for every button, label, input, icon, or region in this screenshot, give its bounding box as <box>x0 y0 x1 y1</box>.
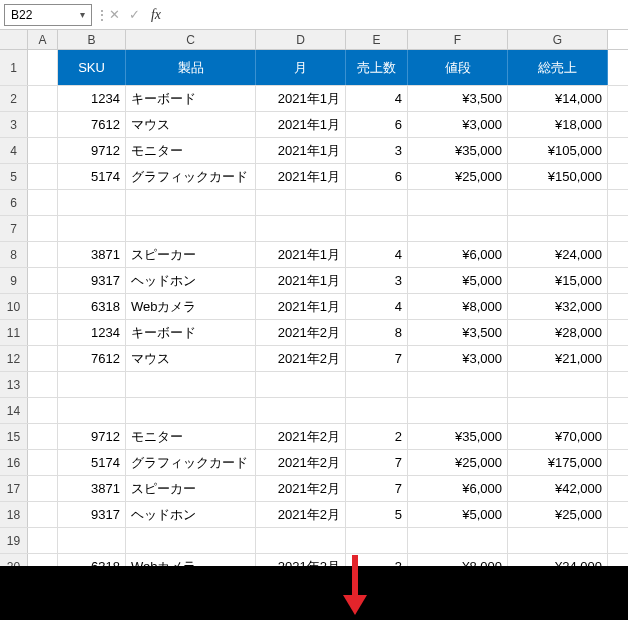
name-box[interactable]: B22 ▾ <box>4 4 92 26</box>
cell[interactable] <box>58 216 126 241</box>
cell[interactable]: 2021年1月 <box>256 164 346 189</box>
cell[interactable] <box>256 216 346 241</box>
cell[interactable]: ¥5,000 <box>408 268 508 293</box>
column-header-D[interactable]: D <box>256 30 346 49</box>
cell[interactable]: グラフィックカード <box>126 450 256 475</box>
cell[interactable]: 6 <box>346 112 408 137</box>
row-header[interactable]: 16 <box>0 450 28 475</box>
cell[interactable]: ¥3,500 <box>408 320 508 345</box>
cell[interactable] <box>28 476 58 501</box>
cell[interactable]: ¥105,000 <box>508 138 608 163</box>
cell[interactable] <box>508 528 608 553</box>
cell[interactable] <box>346 216 408 241</box>
cell[interactable]: 2021年1月 <box>256 268 346 293</box>
cell[interactable]: ¥18,000 <box>508 112 608 137</box>
cell[interactable]: 7 <box>346 450 408 475</box>
cell[interactable] <box>28 424 58 449</box>
cell[interactable]: 4 <box>346 242 408 267</box>
cell[interactable]: ¥25,000 <box>508 502 608 527</box>
row-header[interactable]: 3 <box>0 112 28 137</box>
cell[interactable] <box>408 528 508 553</box>
cell[interactable]: 4 <box>346 294 408 319</box>
cell[interactable] <box>28 346 58 371</box>
cell[interactable]: ¥6,000 <box>408 242 508 267</box>
cell[interactable]: 2021年1月 <box>256 294 346 319</box>
chevron-down-icon[interactable]: ▾ <box>80 9 85 20</box>
cell[interactable]: 2021年2月 <box>256 424 346 449</box>
cell[interactable]: 2021年2月 <box>256 476 346 501</box>
cell[interactable] <box>508 372 608 397</box>
cell[interactable] <box>256 190 346 215</box>
row-header[interactable]: 5 <box>0 164 28 189</box>
cell[interactable]: ¥25,000 <box>408 450 508 475</box>
column-header-C[interactable]: C <box>126 30 256 49</box>
cell[interactable] <box>126 190 256 215</box>
cell[interactable] <box>346 190 408 215</box>
cell[interactable]: ¥21,000 <box>508 346 608 371</box>
cell[interactable]: 3 <box>346 138 408 163</box>
cell[interactable]: 4 <box>346 86 408 111</box>
cell[interactable]: ヘッドホン <box>126 502 256 527</box>
row-header[interactable]: 10 <box>0 294 28 319</box>
cell[interactable]: 3871 <box>58 476 126 501</box>
cell[interactable] <box>28 528 58 553</box>
cell[interactable]: ¥5,000 <box>408 502 508 527</box>
cell[interactable] <box>408 398 508 423</box>
cell[interactable]: Webカメラ <box>126 294 256 319</box>
cell[interactable] <box>28 268 58 293</box>
cell[interactable] <box>28 138 58 163</box>
formula-input[interactable] <box>168 4 628 26</box>
row-header[interactable]: 17 <box>0 476 28 501</box>
cell[interactable]: 5174 <box>58 164 126 189</box>
column-header-E[interactable]: E <box>346 30 408 49</box>
cell[interactable]: キーボード <box>126 86 256 111</box>
enter-icon[interactable]: ✓ <box>124 7 144 22</box>
row-header[interactable]: 13 <box>0 372 28 397</box>
cell[interactable]: ¥175,000 <box>508 450 608 475</box>
cell[interactable]: スピーカー <box>126 476 256 501</box>
cell[interactable] <box>58 190 126 215</box>
cell[interactable] <box>58 372 126 397</box>
cell[interactable]: ¥150,000 <box>508 164 608 189</box>
cell[interactable] <box>126 372 256 397</box>
cell[interactable] <box>28 372 58 397</box>
cell[interactable] <box>28 320 58 345</box>
cell[interactable]: キーボード <box>126 320 256 345</box>
column-header-G[interactable]: G <box>508 30 608 49</box>
cell[interactable]: ¥35,000 <box>408 424 508 449</box>
cell[interactable]: モニター <box>126 138 256 163</box>
cell[interactable]: 7612 <box>58 112 126 137</box>
cell[interactable] <box>256 398 346 423</box>
cell[interactable] <box>28 294 58 319</box>
cell[interactable]: 2021年1月 <box>256 86 346 111</box>
cell[interactable]: スピーカー <box>126 242 256 267</box>
cell[interactable] <box>28 502 58 527</box>
cell[interactable]: 5174 <box>58 450 126 475</box>
cell[interactable]: グラフィックカード <box>126 164 256 189</box>
cell[interactable]: ¥35,000 <box>408 138 508 163</box>
cell[interactable] <box>256 528 346 553</box>
cell[interactable]: 5 <box>346 502 408 527</box>
cell[interactable]: ヘッドホン <box>126 268 256 293</box>
cell[interactable] <box>126 398 256 423</box>
cell[interactable]: 3871 <box>58 242 126 267</box>
cell[interactable]: 6318 <box>58 294 126 319</box>
cell[interactable]: 製品 <box>126 50 256 85</box>
column-header-F[interactable]: F <box>408 30 508 49</box>
cell[interactable] <box>58 398 126 423</box>
cell[interactable] <box>28 216 58 241</box>
cell[interactable] <box>28 112 58 137</box>
column-header-B[interactable]: B <box>58 30 126 49</box>
cell[interactable] <box>58 528 126 553</box>
cell[interactable] <box>346 398 408 423</box>
cell[interactable] <box>126 216 256 241</box>
cell[interactable] <box>28 398 58 423</box>
row-header[interactable]: 19 <box>0 528 28 553</box>
select-all-corner[interactable] <box>0 30 28 49</box>
cell[interactable]: ¥24,000 <box>508 242 608 267</box>
cell[interactable] <box>408 216 508 241</box>
cell[interactable] <box>346 372 408 397</box>
cell[interactable] <box>28 190 58 215</box>
cell[interactable] <box>256 372 346 397</box>
cell[interactable]: マウス <box>126 346 256 371</box>
